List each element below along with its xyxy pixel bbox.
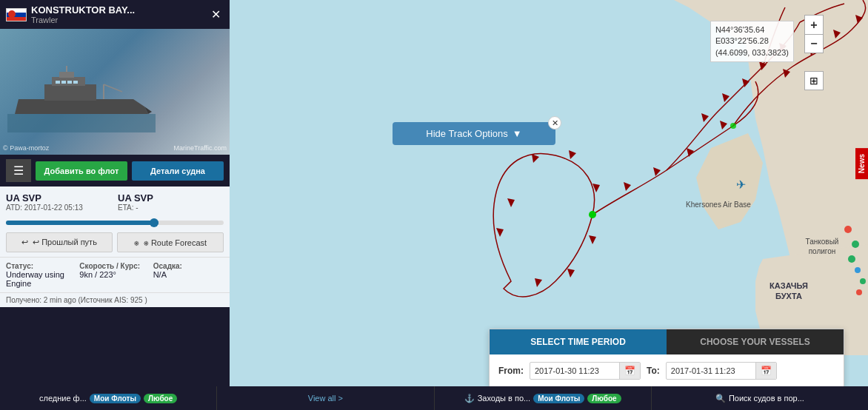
image-logo: MarineTraffic.com: [173, 144, 227, 152]
from-calendar-button[interactable]: 📅: [619, 363, 640, 379]
status-col-2: Скорость / Курс: 9kn / 223°: [79, 262, 150, 288]
svg-point-50: [855, 267, 861, 273]
select-time-tab[interactable]: SELECT TIME PERIOD: [490, 329, 667, 354]
draft-header: Осадка:: [153, 262, 224, 270]
coord-north: N44°36'35.64: [715, 24, 789, 36]
route-forecast-icon: ⎈: [134, 238, 139, 247]
layers-icon: ⊞: [809, 75, 818, 87]
to-calendar-button[interactable]: 📅: [755, 363, 776, 379]
svp-flag-right: UA SVP: [118, 192, 224, 204]
bottom-viewall-item[interactable]: View all >: [217, 386, 434, 410]
close-button[interactable]: ✕: [208, 7, 224, 21]
lyuboe-badge-2: Любое: [587, 394, 621, 403]
vessel-header: KONSTRUKTOR BAY... Trawler ✕: [0, 0, 230, 29]
add-to-fleet-button[interactable]: Добавить во флот: [36, 161, 127, 181]
anchor-icon: ⚓: [464, 394, 475, 403]
svp-flag-left: UA SVP: [6, 192, 112, 204]
past-track-button[interactable]: ↩ ↩ Прошлый путь: [6, 232, 113, 252]
svg-rect-9: [61, 81, 66, 84]
news-button[interactable]: News: [855, 148, 868, 179]
svg-text:✈: ✈: [736, 178, 746, 191]
hide-track-dialog: ✕ Hide Track Options ▼: [393, 122, 555, 145]
to-date-wrapper: 📅: [666, 362, 777, 380]
moi-floty-badge: Мои Флоты: [90, 394, 141, 403]
svg-rect-0: [7, 114, 156, 132]
coord-decimal: (44.6099, 033.3823): [715, 47, 789, 58]
route-forecast-button[interactable]: ⎈ ⎈ Route Forecast: [117, 232, 224, 252]
map-layers-button[interactable]: ⊞: [804, 71, 824, 90]
track-panel-body: From: 📅 To: 📅: [490, 354, 844, 387]
zoom-in-button[interactable]: +: [804, 15, 824, 34]
svg-point-47: [844, 226, 852, 233]
vessel-details-button[interactable]: Детали судна: [132, 161, 224, 181]
bottom-recent-item[interactable]: следние ф... Мои Флоты Любое: [0, 386, 217, 410]
svg-point-45: [589, 211, 596, 218]
svg-text:полигон: полигон: [809, 247, 836, 255]
route-forecast-label: ⎈ Route Forecast: [144, 238, 207, 247]
from-date-wrapper: 📅: [530, 362, 641, 380]
speed-bar-track: [6, 221, 224, 225]
bottom-search-item[interactable]: 🔍 Поиск судов в пор...: [652, 386, 868, 410]
vessel-flag: [6, 8, 27, 21]
bottom-entries-item[interactable]: ⚓ Заходы в по... Мои Флоты Любое: [435, 386, 652, 410]
svg-rect-11: [73, 81, 78, 84]
source-value: AIS: 925: [114, 296, 142, 304]
past-track-icon: ↩: [21, 238, 28, 247]
moi-floty-badge-2: Мои Флоты: [533, 394, 584, 403]
svp-left: UA SVP ATD: 2017-01-22 05:13: [6, 192, 112, 212]
svg-point-48: [852, 241, 859, 248]
svg-rect-2: [44, 84, 96, 101]
speed-header: Скорость / Курс:: [79, 262, 150, 270]
status-col-3: Осадка: N/A: [153, 262, 224, 288]
svg-text:БУХТА: БУХТА: [775, 292, 802, 300]
received-label: Получено:: [6, 296, 44, 304]
eta-label: ETA: -: [118, 204, 224, 212]
svg-rect-10: [67, 81, 72, 84]
action-buttons: ☰ Добавить во флот Детали судна: [0, 155, 230, 186]
ship-silhouette: [7, 66, 156, 132]
choose-vessels-tab[interactable]: CHOOSE YOUR VESSELS: [667, 329, 844, 354]
to-date-input[interactable]: [667, 363, 755, 378]
svg-text:Khersones Air Base: Khersones Air Base: [686, 201, 751, 209]
speed-indicator: [150, 218, 158, 227]
speed-value: 9kn / 223°: [79, 270, 150, 279]
coord-east: E033°22'56.28: [715, 36, 789, 47]
status-section: Статус: Underway using Engine Скорость /…: [0, 257, 230, 292]
menu-button[interactable]: ☰: [6, 159, 31, 182]
status-header: Статус:: [6, 262, 76, 270]
from-label: From:: [498, 366, 524, 376]
map-area[interactable]: ✈ Khersones Air Base КАЗАЧЬЯ БУХТА Танко…: [230, 0, 868, 410]
svg-point-46: [730, 123, 736, 129]
track-panel-tabs: SELECT TIME PERIOD CHOOSE YOUR VESSELS: [490, 329, 844, 354]
image-credit: © Pawa-mortoz: [3, 144, 49, 152]
vessel-photo: [0, 29, 230, 155]
hide-track-close-button[interactable]: ✕: [548, 116, 561, 130]
received-paren: (Источник: [78, 296, 114, 304]
hide-track-header[interactable]: Hide Track Options ▼: [417, 122, 530, 145]
hide-track-chevron-icon: ▼: [513, 128, 522, 139]
status-col-1: Статус: Underway using Engine: [6, 262, 76, 288]
svg-marker-1: [15, 99, 148, 114]
bottom-bar: следние ф... Мои Флоты Любое View all > …: [0, 386, 868, 410]
view-all-link[interactable]: View all >: [308, 394, 343, 403]
svg-line-7: [104, 84, 122, 92]
track-panel: SELECT TIME PERIOD CHOOSE YOUR VESSELS F…: [489, 329, 844, 388]
hide-track-label: Hide Track Options: [426, 128, 508, 139]
svg-point-51: [860, 278, 866, 284]
left-panel: KONSTRUKTOR BAY... Trawler ✕: [0, 0, 230, 410]
received-info: Получено: 2 min ago (Источник AIS: 925 ): [0, 292, 230, 307]
bottom-search-label: Поиск судов в пор...: [729, 394, 804, 403]
zoom-out-button[interactable]: −: [804, 34, 824, 53]
atd-label: ATD: 2017-01-22 05:13: [6, 204, 112, 212]
svp-section: UA SVP ATD: 2017-01-22 05:13 UA SVP ETA:…: [0, 186, 230, 215]
bottom-recent-label: следние ф...: [39, 394, 87, 403]
lyuboe-badge: Любое: [144, 394, 177, 403]
coordinate-tooltip: N44°36'35.64 E033°22'56.28 (44.6099, 033…: [710, 21, 794, 62]
svg-point-49: [848, 255, 855, 263]
vessel-type: Trawler: [31, 16, 204, 24]
svg-text:КАЗАЧЬЯ: КАЗАЧЬЯ: [769, 281, 808, 290]
search-icon: 🔍: [715, 394, 726, 403]
speed-bar-fill: [6, 221, 158, 225]
svg-rect-4: [59, 72, 74, 78]
from-date-input[interactable]: [530, 363, 619, 378]
